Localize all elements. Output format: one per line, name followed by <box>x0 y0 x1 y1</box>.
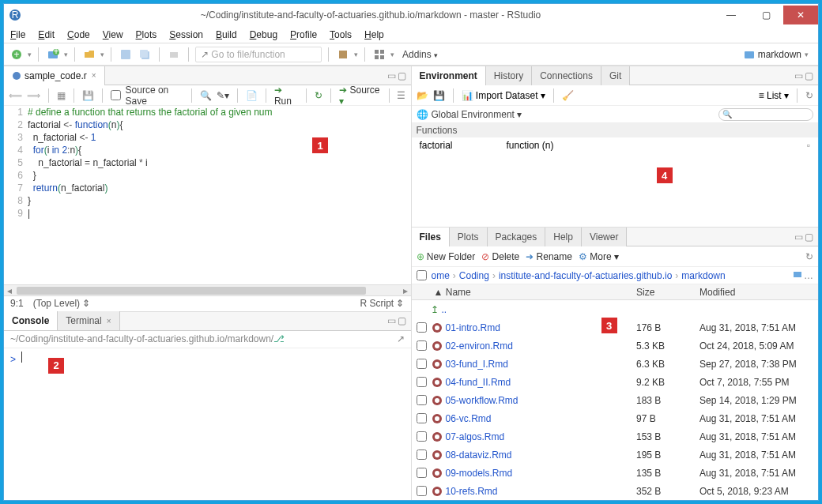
import-dataset-button[interactable]: 📊 Import Dataset ▾ <box>462 90 545 101</box>
file-row[interactable]: 06-vc.Rmd97 BAug 31, 2018, 7:51 AM <box>412 409 819 427</box>
console-body[interactable]: > 2 <box>4 348 411 500</box>
file-checkbox[interactable] <box>417 486 427 496</box>
menu-file[interactable]: File <box>10 29 25 40</box>
tab-files[interactable]: Files <box>412 228 450 246</box>
show-in-new-window-icon[interactable]: ▦ <box>57 90 66 101</box>
outline-icon[interactable]: ☰ <box>397 90 405 101</box>
menu-profile[interactable]: Profile <box>290 29 317 40</box>
minimize-button[interactable]: — <box>714 6 748 24</box>
close-button[interactable]: ✕ <box>783 6 818 24</box>
file-row[interactable]: 04-fund_II.Rmd9.2 KBOct 7, 2018, 7:55 PM <box>412 373 819 391</box>
file-up-dir[interactable]: ↥ .. <box>412 300 819 318</box>
file-checkbox[interactable] <box>417 413 427 423</box>
tab-packages[interactable]: Packages <box>488 228 546 246</box>
menu-edit[interactable]: Edit <box>38 29 55 40</box>
env-search-input[interactable]: 🔍 <box>718 108 813 121</box>
breadcrumb-markdown[interactable]: markdown <box>681 270 725 281</box>
tab-history[interactable]: History <box>486 66 532 85</box>
file-checkbox[interactable] <box>417 468 427 478</box>
file-row[interactable]: 05-workflow.Rmd183 BSep 14, 2018, 1:29 P… <box>412 391 819 409</box>
menu-tools[interactable]: Tools <box>330 29 352 40</box>
menu-plots[interactable]: Plots <box>136 29 157 40</box>
menu-build[interactable]: Build <box>216 29 237 40</box>
more-button[interactable]: ⚙ More ▾ <box>579 251 619 262</box>
new-project-icon[interactable]: + <box>45 47 61 62</box>
file-checkbox[interactable] <box>417 340 427 351</box>
editor-horizontal-scrollbar[interactable]: ◂▸ <box>4 284 411 295</box>
col-name[interactable]: ▲ Name <box>431 287 637 298</box>
wand-icon[interactable]: ✎▾ <box>217 90 229 101</box>
tab-help[interactable]: Help <box>545 228 582 246</box>
file-row[interactable]: 02-environ.Rmd5.3 KBOct 24, 2018, 5:09 A… <box>412 337 819 355</box>
goto-file-input[interactable]: ↗ Go to file/function <box>195 47 322 62</box>
file-row[interactable]: 10-refs.Rmd352 BOct 5, 2018, 9:23 AM <box>412 482 819 500</box>
load-workspace-icon[interactable]: 📂 <box>417 90 428 101</box>
source-button[interactable]: ➔ Source ▾ <box>339 85 380 107</box>
project-root-icon[interactable] <box>793 269 802 281</box>
forward-icon[interactable]: ⟹ <box>27 90 40 101</box>
package-icon[interactable] <box>335 47 351 62</box>
save-icon[interactable]: 💾 <box>82 90 94 101</box>
env-scope-selector[interactable]: Global Environment ▾ <box>432 109 522 120</box>
delete-button[interactable]: ⊘ Delete <box>481 251 519 262</box>
new-folder-button[interactable]: ⊕ New Folder <box>417 251 476 262</box>
save-icon[interactable] <box>118 47 134 62</box>
breadcrumb-more-icon[interactable]: … <box>804 270 813 281</box>
scope-selector[interactable]: (Top Level) ⇕ <box>33 298 91 309</box>
clear-env-icon[interactable]: 🧹 <box>562 90 574 101</box>
find-icon[interactable]: 🔍 <box>200 90 212 101</box>
minimize-pane-icon[interactable]: ▭ <box>387 70 396 81</box>
project-selector[interactable]: markdown ▾ <box>744 49 813 60</box>
select-all-checkbox[interactable] <box>417 270 427 280</box>
clear-console-icon[interactable]: ↗ <box>397 333 405 344</box>
file-row[interactable]: 09-models.Rmd135 BAug 31, 2018, 7:51 AM <box>412 464 819 482</box>
file-checkbox[interactable] <box>417 359 427 369</box>
compile-report-icon[interactable]: 📄 <box>246 90 258 101</box>
tab-git[interactable]: Git <box>601 66 630 85</box>
minimize-pane-icon[interactable]: ▭ <box>794 231 803 243</box>
menu-session[interactable]: Session <box>169 29 203 40</box>
file-row[interactable]: 07-algos.Rmd153 BAug 31, 2018, 7:51 AM <box>412 427 819 446</box>
back-icon[interactable]: ⟸ <box>9 90 22 101</box>
menu-help[interactable]: Help <box>364 29 384 40</box>
open-file-icon[interactable] <box>81 47 97 62</box>
list-mode-button[interactable]: ≡ List ▾ <box>759 90 789 101</box>
menu-debug[interactable]: Debug <box>250 29 277 40</box>
save-workspace-icon[interactable]: 💾 <box>433 90 445 101</box>
file-row[interactable]: 03-fund_I.Rmd6.3 KBSep 27, 2018, 7:38 PM <box>412 355 819 373</box>
close-tab-icon[interactable]: × <box>92 71 96 80</box>
file-row[interactable]: 08-dataviz.Rmd195 BAug 31, 2018, 7:51 AM <box>412 446 819 464</box>
tab-environment[interactable]: Environment <box>412 66 486 85</box>
tab-terminal[interactable]: Terminal× <box>58 311 119 330</box>
addins-menu[interactable]: Addins ▾ <box>398 47 443 62</box>
language-selector[interactable]: R Script ⇕ <box>360 298 404 309</box>
col-size[interactable]: Size <box>636 287 699 298</box>
rename-button[interactable]: ➜ Rename <box>526 251 572 262</box>
file-checkbox[interactable] <box>417 449 427 460</box>
tab-viewer[interactable]: Viewer <box>582 228 627 246</box>
new-file-icon[interactable]: + <box>9 47 25 62</box>
grid-icon[interactable] <box>371 47 387 62</box>
print-icon[interactable] <box>166 47 182 62</box>
maximize-pane-icon[interactable]: ▢ <box>398 70 406 81</box>
maximize-button[interactable]: ▢ <box>748 6 783 24</box>
source-on-save-checkbox[interactable] <box>111 90 121 100</box>
view-function-icon[interactable]: ▫ <box>807 140 810 151</box>
breadcrumb-home[interactable]: ome <box>432 270 450 281</box>
menu-code[interactable]: Code <box>67 29 90 40</box>
maximize-pane-icon[interactable]: ▢ <box>398 315 406 326</box>
rerun-icon[interactable]: ↻ <box>315 90 322 101</box>
breadcrumb-repo[interactable]: institute-and-faculty-of-actuaries.githu… <box>499 270 672 281</box>
tab-connections[interactable]: Connections <box>532 66 601 85</box>
maximize-pane-icon[interactable]: ▢ <box>805 231 813 243</box>
col-modified[interactable]: Modified <box>699 287 818 298</box>
tab-plots[interactable]: Plots <box>450 228 488 246</box>
code-body[interactable]: # define a function that returns the fac… <box>28 106 411 284</box>
minimize-pane-icon[interactable]: ▭ <box>387 315 396 326</box>
refresh-files-icon[interactable]: ↻ <box>805 251 813 262</box>
maximize-pane-icon[interactable]: ▢ <box>805 70 813 81</box>
refresh-icon[interactable]: ↻ <box>805 90 813 101</box>
breadcrumb-coding[interactable]: Coding <box>459 270 489 281</box>
file-checkbox[interactable] <box>417 431 427 442</box>
tab-console[interactable]: Console <box>4 311 58 330</box>
